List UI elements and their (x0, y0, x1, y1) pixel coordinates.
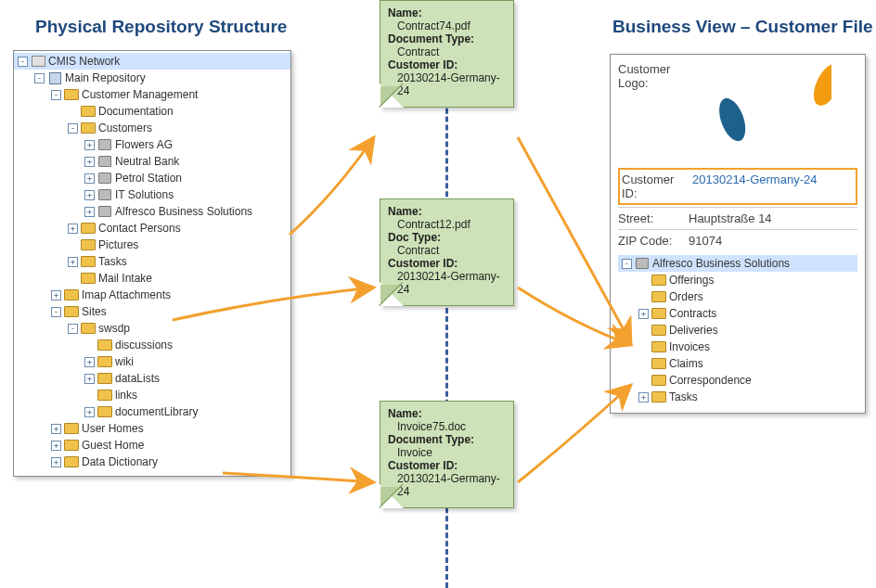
tree-node-alfresco-business[interactable]: +Alfresco Business Solutions (81, 203, 290, 220)
business-view-panel: Customer Logo: Customer ID: 20130214-Ger… (610, 54, 866, 414)
expander-icon[interactable]: + (84, 407, 95, 417)
tree-label: Claims (669, 357, 703, 370)
expander-icon[interactable]: - (68, 324, 78, 334)
expander-icon[interactable]: + (84, 374, 95, 384)
tree-node-neutral-bank[interactable]: +Neutral Bank (81, 153, 290, 170)
doc-field-key: Customer ID: (388, 58, 457, 71)
tree-node-guest-home[interactable]: +Guest Home (47, 437, 290, 454)
biz-node-deliveries[interactable]: Deliveries (635, 322, 857, 339)
biz-node-offerings[interactable]: Offerings (635, 272, 857, 288)
tree-node-contact-persons[interactable]: +Contact Persons (64, 220, 290, 236)
tree-node-user-homes[interactable]: +User Homes (47, 420, 290, 437)
expander-icon[interactable]: + (68, 257, 78, 267)
tree-label: CMIS Network (48, 55, 120, 68)
tree-node-flowers-ag[interactable]: +Flowers AG (81, 136, 290, 153)
doc-field-key: Name: (388, 6, 422, 19)
expander-icon[interactable]: + (51, 290, 61, 300)
expander-icon[interactable]: + (84, 173, 95, 184)
expander-icon[interactable]: - (622, 259, 632, 269)
folder-icon (97, 405, 112, 418)
expander-icon[interactable]: + (84, 157, 95, 167)
folder-icon (97, 389, 112, 402)
doc-field-key: Document Type: (388, 32, 474, 45)
tree-node-wiki[interactable]: +wiki (81, 353, 290, 370)
tree-node-cmis-network[interactable]: - CMIS Network (14, 53, 290, 70)
biz-node-orders[interactable]: Orders (635, 288, 857, 305)
tree-label: Alfresco Business Solutions (652, 257, 790, 270)
tree-label: Customers (98, 121, 152, 134)
expander-icon[interactable]: + (51, 457, 61, 467)
tree-node-sites[interactable]: -Sites (47, 303, 290, 320)
folder-icon (81, 238, 96, 251)
doc-field-value: Contract (388, 45, 506, 58)
object-icon (635, 257, 650, 270)
tree-node-imap-attachments[interactable]: +Imap Attachments (47, 287, 290, 303)
expander-icon[interactable]: - (51, 307, 61, 317)
tree-node-main-repository[interactable]: - Main Repository (31, 70, 290, 86)
tree-node-documentation[interactable]: Documentation (64, 103, 290, 120)
tree-node-documentlibrary[interactable]: +documentLibrary (81, 403, 290, 420)
biz-node-contracts[interactable]: +Contracts (635, 305, 857, 322)
tree-label: Guest Home (82, 439, 144, 452)
doc-field-value: Contract12.pdf (388, 218, 506, 231)
tree-label: Neutral Bank (115, 155, 179, 168)
tree-label: Contact Persons (98, 222, 181, 235)
tree-node-links[interactable]: links (81, 387, 290, 403)
tree-node-discussions[interactable]: discussions (81, 337, 290, 353)
biz-node-claims[interactable]: Claims (635, 355, 857, 372)
expander-icon[interactable]: + (84, 357, 95, 367)
tree-label: Petrol Station (115, 172, 182, 185)
right-title: Business View – Customer File (612, 17, 873, 37)
expander-icon[interactable]: + (84, 207, 95, 217)
expander-icon[interactable]: + (638, 392, 649, 403)
tree-label: Flowers AG (115, 138, 173, 151)
expander-icon[interactable]: + (51, 424, 61, 434)
doc-field-value: Invoice75.doc (388, 420, 506, 433)
expander-icon[interactable]: + (638, 309, 649, 319)
svg-point-7 (715, 95, 751, 145)
expander-blank (84, 340, 95, 351)
doc-field-key: Customer ID: (388, 257, 457, 270)
biz-node-tasks[interactable]: +Tasks (635, 389, 857, 405)
expander-icon[interactable]: - (68, 123, 78, 134)
folder-icon (651, 274, 666, 287)
expander-icon[interactable]: + (84, 140, 95, 150)
folder-icon (64, 305, 79, 318)
tree-node-customer-management[interactable]: - Customer Management (47, 86, 290, 103)
biz-node-correspondence[interactable]: Correspondence (635, 372, 857, 389)
tree-node-petrol-station[interactable]: +Petrol Station (81, 170, 290, 186)
tree-node-customers[interactable]: -Customers (64, 120, 290, 136)
tree-node-data-dictionary[interactable]: +Data Dictionary (47, 454, 290, 470)
folder-icon (651, 307, 666, 320)
folder-icon (651, 290, 666, 303)
folder-icon (81, 255, 96, 268)
expander-icon[interactable]: - (18, 57, 28, 67)
expander-icon[interactable]: + (84, 190, 95, 200)
folder-icon (97, 355, 112, 368)
expander-icon[interactable]: - (51, 90, 61, 100)
tree-label: wiki (115, 355, 134, 368)
tree-node-it-solutions[interactable]: +IT Solutions (81, 186, 290, 203)
logo-label: Customer Logo: (618, 62, 689, 90)
expander-icon[interactable]: + (51, 441, 61, 451)
tree-node-swsdp[interactable]: -swsdp (64, 320, 290, 337)
page-corner-line (380, 282, 404, 306)
tree-node-pictures[interactable]: Pictures (64, 236, 290, 253)
tree-node-tasks[interactable]: +Tasks (64, 253, 290, 270)
doc-field-key: Name: (388, 407, 422, 420)
tree-node-mail-intake[interactable]: Mail Intake (64, 270, 290, 287)
divider (618, 207, 857, 208)
zip-label: ZIP Code: (618, 234, 689, 248)
expander-blank (638, 376, 649, 386)
expander-icon[interactable]: + (68, 224, 78, 234)
tree-node-datalists[interactable]: +dataLists (81, 370, 290, 387)
biz-node-invoices[interactable]: Invoices (635, 339, 857, 355)
folder-icon (64, 288, 79, 301)
network-icon (31, 55, 45, 68)
street-label: Street: (618, 211, 689, 225)
folder-icon (651, 340, 666, 353)
biz-node-root[interactable]: -Alfresco Business Solutions (618, 255, 857, 272)
expander-icon[interactable]: - (34, 73, 45, 83)
document-card-contract74: Name: Contract74.pdf Document Type: Cont… (380, 0, 514, 108)
repository-icon (47, 71, 62, 84)
